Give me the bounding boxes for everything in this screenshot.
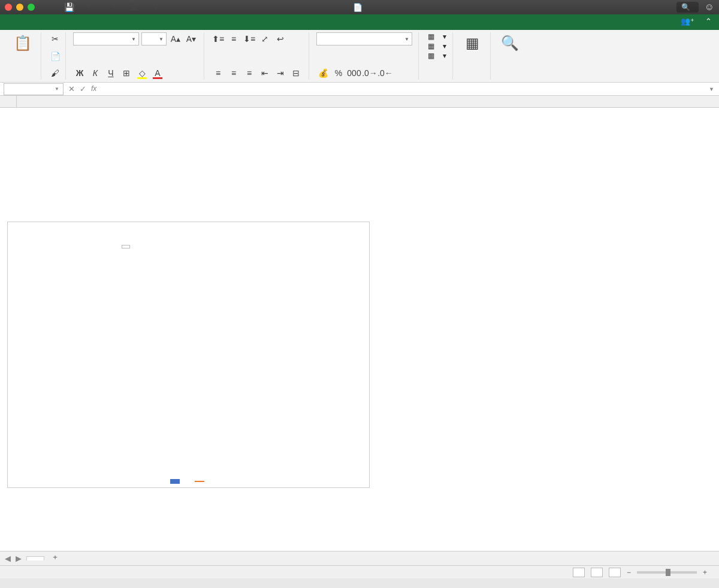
chart[interactable] xyxy=(7,222,370,488)
cell-styles-button[interactable]: ▦▾ xyxy=(426,51,446,60)
status-bar: − + xyxy=(0,565,719,578)
font-size-combo[interactable]: ▼ xyxy=(141,32,167,46)
number-format-combo[interactable]: ▼ xyxy=(316,32,412,46)
font-group: ▼ ▼ A▴ A▾ Ж К Ч ⊞ ◇ А xyxy=(67,32,204,80)
select-all-corner[interactable] xyxy=(0,96,17,107)
zoom-in-icon[interactable]: + xyxy=(703,568,707,577)
page-layout-view-icon[interactable] xyxy=(591,568,603,577)
conditional-formatting-button[interactable]: ▦▾ xyxy=(426,32,446,41)
align-top-icon[interactable]: ⬆≡ xyxy=(212,32,225,46)
thousands-icon[interactable]: 000 xyxy=(348,66,361,80)
titlebar: ⌂ 💾 ↶ ↷ 🖶 ▾ 📄 🔍 ☺ xyxy=(0,0,719,14)
decrease-decimal-icon[interactable]: .0← xyxy=(379,66,392,80)
alignment-group: ⬆≡ ≡ ⬇≡ ⤢ ↩ ≡ ≡ ≡ ⇤ ⇥ ⊟ xyxy=(206,32,309,80)
font-color-icon[interactable]: А xyxy=(151,66,164,80)
ribbon: 📋 ✂ 📄 🖌 ▼ ▼ A▴ A▾ Ж К Ч ⊞ ◇ А ⬆≡ ≡ ⬇≡ ⤢ xyxy=(0,30,719,83)
chart-legend xyxy=(8,479,369,484)
plot-area[interactable] xyxy=(65,241,358,433)
fullscreen-icon[interactable] xyxy=(28,4,35,11)
qat-more-icon[interactable]: ▾ xyxy=(149,1,162,14)
wrap-text-icon[interactable]: ↩ xyxy=(274,32,287,46)
enter-icon[interactable]: ✓ xyxy=(80,84,86,93)
home-icon[interactable]: ⌂ xyxy=(41,1,54,14)
clipboard-extras: ✂ 📄 🖌 xyxy=(43,32,66,80)
y-axis xyxy=(8,241,62,433)
normal-view-icon[interactable] xyxy=(573,568,585,577)
ribbon-tabs: 👥⁺ ⌃ xyxy=(0,14,719,30)
cells-icon: ▦ xyxy=(463,34,482,53)
align-center-icon[interactable]: ≡ xyxy=(227,66,240,80)
expand-formula-icon[interactable]: ▼ xyxy=(704,86,719,92)
align-left-icon[interactable]: ≡ xyxy=(212,66,225,80)
close-icon[interactable] xyxy=(5,4,12,11)
redo-icon[interactable]: ↷ xyxy=(105,1,119,14)
quick-access-toolbar: ⌂ 💾 ↶ ↷ 🖶 ▾ xyxy=(41,1,162,14)
underline-icon[interactable]: Ч xyxy=(104,66,117,80)
merge-cells-icon[interactable]: ⊟ xyxy=(289,66,303,80)
zoom-out-icon[interactable]: − xyxy=(627,568,631,577)
fill-color-icon[interactable]: ◇ xyxy=(135,66,149,80)
window-controls xyxy=(5,4,35,11)
copy-icon[interactable]: 📄 xyxy=(49,50,62,63)
prev-sheet-icon[interactable]: ◀ xyxy=(5,554,11,563)
minimize-icon[interactable] xyxy=(16,4,23,11)
align-middle-icon[interactable]: ≡ xyxy=(227,32,240,46)
document-title: 📄 xyxy=(353,3,366,12)
cells-button[interactable]: ▦ xyxy=(460,32,484,55)
page-break-view-icon[interactable] xyxy=(609,568,621,577)
save-icon[interactable]: 💾 xyxy=(62,1,75,14)
print-icon[interactable]: 🖶 xyxy=(127,1,140,14)
percent-icon[interactable]: % xyxy=(332,66,345,80)
zoom-slider[interactable] xyxy=(637,571,697,574)
number-group: ▼ 💰 % 000 .0→ .0← xyxy=(310,32,419,80)
cond-fmt-icon: ▦ xyxy=(426,32,436,41)
chart-title[interactable] xyxy=(8,222,369,229)
decrease-indent-icon[interactable]: ⇤ xyxy=(258,66,271,80)
border-icon[interactable]: ⊞ xyxy=(120,66,133,80)
italic-icon[interactable]: К xyxy=(89,66,102,80)
align-right-icon[interactable]: ≡ xyxy=(243,66,256,80)
legend-line xyxy=(195,479,207,484)
bold-icon[interactable]: Ж xyxy=(73,66,86,80)
styles-group: ▦▾ ▦▾ ▦▾ xyxy=(420,32,453,80)
currency-icon[interactable]: 💰 xyxy=(316,66,330,80)
formula-bar: ▼ ✕ ✓ fx ▼ xyxy=(0,83,719,96)
paste-button[interactable]: 📋 xyxy=(11,32,35,55)
collapse-ribbon-icon[interactable]: ⌃ xyxy=(705,17,712,26)
cancel-icon[interactable]: ✕ xyxy=(68,84,75,93)
editing-group: 🔍 xyxy=(492,32,528,80)
clipboard-group: 📋 xyxy=(5,32,41,80)
orientation-icon[interactable]: ⤢ xyxy=(258,32,271,46)
align-bottom-icon[interactable]: ⬇≡ xyxy=(243,32,256,46)
legend-bar xyxy=(170,479,183,484)
sheet-tabs: ◀ ▶ + xyxy=(0,551,719,565)
share-icon: 👥⁺ xyxy=(681,17,694,26)
share-button[interactable]: 👥⁺ ⌃ xyxy=(681,17,712,26)
cut-icon[interactable]: ✂ xyxy=(49,32,62,46)
search-icon: 🔍 xyxy=(681,3,690,11)
undo-icon[interactable]: ↶ xyxy=(84,1,97,14)
increase-font-icon[interactable]: A▴ xyxy=(169,32,182,46)
increase-indent-icon[interactable]: ⇥ xyxy=(274,66,287,80)
column-headers xyxy=(0,96,719,108)
next-sheet-icon[interactable]: ▶ xyxy=(16,554,22,563)
add-sheet-icon[interactable]: + xyxy=(49,553,61,565)
format-painter-icon[interactable]: 🖌 xyxy=(49,66,62,80)
paste-icon: 📋 xyxy=(13,34,32,53)
format-as-table-button[interactable]: ▦▾ xyxy=(426,42,446,50)
spreadsheet-grid[interactable] xyxy=(0,96,719,551)
styles-icon: ▦ xyxy=(426,51,436,60)
magnifier-icon: 🔍 xyxy=(500,34,519,53)
table-icon: ▦ xyxy=(426,42,436,50)
fx-icon[interactable]: fx xyxy=(91,84,96,93)
cells-group: ▦ xyxy=(454,32,491,80)
editing-button[interactable]: 🔍 xyxy=(498,32,522,55)
doc-icon: 📄 xyxy=(353,3,362,12)
user-icon[interactable]: ☺ xyxy=(705,2,714,13)
decrease-font-icon[interactable]: A▾ xyxy=(185,32,198,46)
search-box[interactable]: 🔍 xyxy=(676,2,699,13)
increase-decimal-icon[interactable]: .0→ xyxy=(363,66,376,80)
font-combo[interactable]: ▼ xyxy=(73,32,139,46)
name-box[interactable]: ▼ xyxy=(4,83,64,95)
sheet-tab[interactable] xyxy=(26,556,44,560)
